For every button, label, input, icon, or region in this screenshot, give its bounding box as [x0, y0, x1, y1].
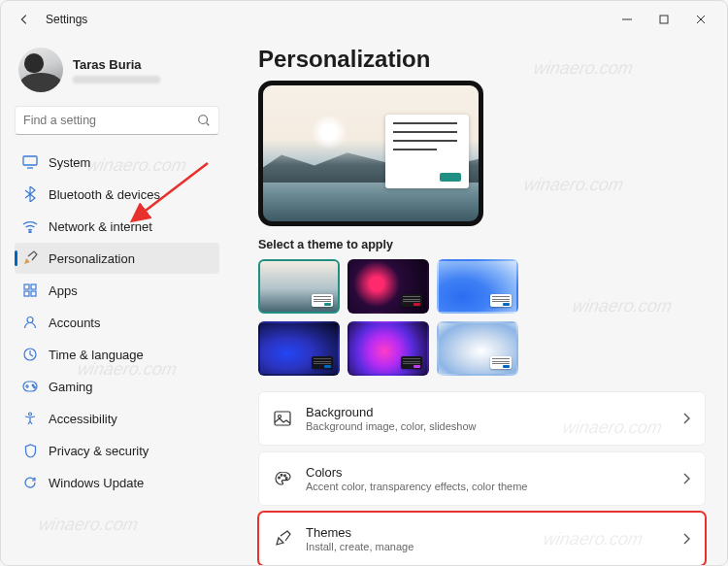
svg-point-18	[284, 475, 286, 477]
sidebar-item-accessibility[interactable]: Accessibility	[15, 403, 219, 434]
sidebar-item-label: Accessibility	[49, 412, 117, 426]
theme-option-4[interactable]	[258, 321, 340, 376]
bluetooth-icon	[22, 186, 38, 202]
svg-point-13	[29, 413, 32, 416]
sidebar-item-label: Gaming	[49, 380, 93, 394]
sidebar-item-gaming[interactable]: Gaming	[15, 371, 219, 402]
colors-icon	[273, 469, 292, 488]
svg-point-11	[32, 384, 34, 386]
theme-grid	[258, 259, 706, 376]
main-content: Personalization Select a theme to apply	[229, 38, 727, 565]
network-icon	[22, 218, 38, 234]
close-button[interactable]	[682, 5, 719, 34]
search-box[interactable]	[15, 106, 219, 135]
maximize-icon	[659, 15, 669, 24]
sidebar-item-label: Time & language	[49, 348, 144, 362]
svg-point-3	[29, 231, 31, 233]
window-title: Settings	[46, 13, 87, 26]
sidebar-item-label: Windows Update	[49, 476, 144, 490]
svg-rect-0	[660, 16, 668, 23]
system-icon	[22, 154, 38, 170]
back-button[interactable]	[9, 4, 40, 35]
svg-point-15	[279, 416, 281, 418]
sidebar-item-label: Personalization	[49, 251, 135, 266]
sidebar-item-update[interactable]: Windows Update	[15, 467, 219, 498]
profile-email-blurred	[73, 76, 160, 83]
privacy-icon	[22, 443, 38, 458]
sidebar-item-accounts[interactable]: Accounts	[15, 307, 219, 338]
card-subtitle: Install, create, manage	[306, 541, 668, 552]
minimize-icon	[622, 15, 632, 24]
update-icon	[22, 475, 38, 490]
svg-point-16	[279, 477, 281, 479]
svg-rect-4	[24, 284, 29, 289]
nav-list: System Bluetooth & devices Network & int…	[15, 147, 219, 498]
gaming-icon	[22, 379, 38, 394]
svg-rect-7	[31, 291, 36, 296]
svg-point-17	[281, 474, 282, 476]
theme-option-6[interactable]	[437, 321, 518, 376]
sidebar-item-label: Apps	[49, 283, 78, 298]
card-title: Colors	[306, 465, 668, 480]
sidebar-item-bluetooth[interactable]: Bluetooth & devices	[15, 179, 219, 210]
sidebar-item-label: Accounts	[49, 316, 100, 330]
sidebar-item-label: Privacy & security	[49, 444, 149, 458]
arrow-left-icon	[17, 13, 31, 26]
theme-section-label: Select a theme to apply	[258, 238, 706, 251]
sidebar-item-apps[interactable]: Apps	[15, 275, 219, 306]
chevron-right-icon	[681, 533, 691, 545]
card-themes[interactable]: Themes Install, create, manage	[258, 512, 706, 565]
svg-rect-14	[275, 412, 290, 425]
theme-option-2[interactable]	[347, 259, 429, 314]
theme-option-3[interactable]	[437, 259, 518, 314]
close-icon	[696, 15, 706, 24]
svg-point-8	[27, 317, 33, 323]
preview-window	[385, 115, 469, 188]
desktop-preview	[258, 81, 483, 226]
sidebar-item-system[interactable]: System	[15, 147, 219, 178]
svg-point-12	[34, 386, 36, 388]
svg-rect-2	[23, 156, 37, 165]
svg-rect-6	[24, 291, 29, 296]
card-subtitle: Background image, color, slideshow	[306, 420, 668, 432]
svg-point-19	[285, 478, 287, 480]
profile-block[interactable]: Taras Buria	[15, 44, 219, 102]
sidebar-item-label: Network & internet	[49, 219, 152, 234]
sidebar-item-network[interactable]: Network & internet	[15, 211, 219, 242]
sidebar-item-personalization[interactable]: Personalization	[15, 243, 219, 274]
apps-icon	[22, 283, 38, 298]
sidebar-item-time[interactable]: Time & language	[15, 339, 219, 370]
theme-option-1[interactable]	[258, 259, 340, 314]
chevron-right-icon	[681, 413, 691, 424]
card-title: Themes	[306, 525, 668, 540]
card-colors[interactable]: Colors Accent color, transparency effect…	[258, 451, 706, 506]
card-subtitle: Accent color, transparency effects, colo…	[306, 481, 668, 492]
svg-point-1	[199, 116, 208, 124]
profile-name: Taras Buria	[73, 57, 160, 72]
themes-icon	[273, 529, 292, 549]
titlebar: Settings	[1, 1, 727, 38]
personalization-icon	[22, 250, 38, 266]
card-title: Background	[306, 405, 668, 419]
theme-option-5[interactable]	[347, 321, 429, 376]
minimize-button[interactable]	[609, 5, 645, 34]
accounts-icon	[22, 315, 38, 330]
accessibility-icon	[22, 411, 38, 426]
card-background[interactable]: Background Background image, color, slid…	[258, 391, 706, 446]
chevron-right-icon	[681, 473, 691, 484]
sidebar-item-label: Bluetooth & devices	[49, 187, 160, 202]
search-input[interactable]	[23, 114, 197, 127]
svg-rect-5	[31, 284, 36, 289]
sidebar-item-privacy[interactable]: Privacy & security	[15, 435, 219, 466]
sidebar-item-label: System	[49, 155, 90, 170]
background-icon	[273, 409, 292, 428]
sidebar: Taras Buria System Bluetooth & devices	[1, 38, 229, 565]
page-title: Personalization	[258, 46, 706, 73]
avatar	[18, 48, 63, 92]
maximize-button[interactable]	[645, 5, 682, 34]
time-icon	[22, 347, 38, 362]
search-icon	[197, 114, 211, 127]
